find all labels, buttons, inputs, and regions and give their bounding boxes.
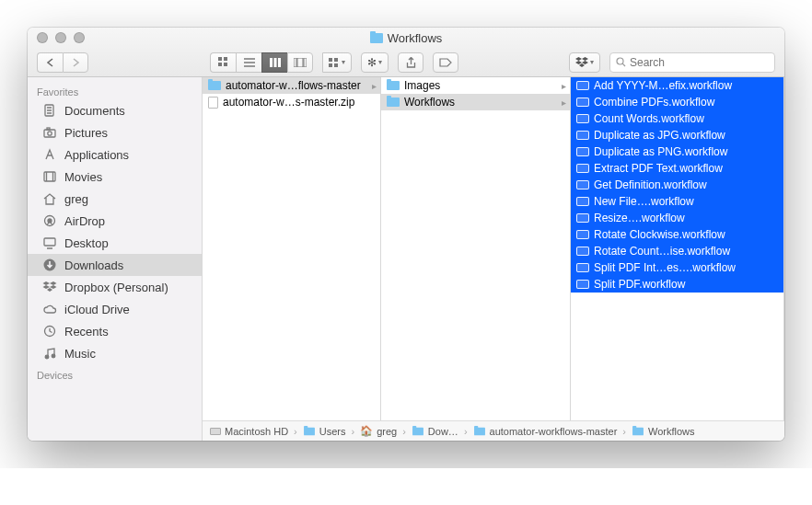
file-row[interactable]: Duplicate as JPG.workflow — [571, 127, 783, 143]
svg-rect-15 — [329, 63, 332, 67]
svg-rect-13 — [329, 58, 332, 62]
back-button[interactable] — [37, 52, 63, 73]
file-label: New File….workflow — [594, 195, 780, 208]
home-icon: 🏠 — [360, 425, 373, 437]
path-item[interactable]: 🏠greg — [360, 425, 397, 437]
arrange-button[interactable]: ▾ — [322, 52, 352, 73]
file-label: Resize….workflow — [594, 212, 780, 224]
path-label: Workflows — [648, 426, 695, 437]
file-row[interactable]: automator-w…flows-master — [203, 77, 380, 94]
file-label: automator-w…s-master.zip — [223, 96, 377, 109]
finder-window: Workflows ▾ ✻▾ ▾ — [28, 28, 784, 441]
search-input[interactable] — [630, 56, 769, 69]
file-label: Workflows — [404, 96, 555, 109]
sidebar-item-label: Desktop — [64, 236, 109, 250]
traffic-lights — [28, 32, 85, 43]
sidebar-item-downloads[interactable]: Downloads — [28, 254, 202, 276]
file-row[interactable]: Count Words.workflow — [571, 110, 783, 127]
workflow-icon — [576, 247, 589, 256]
file-row[interactable]: Get Definition.workflow — [571, 177, 783, 193]
minimize-button[interactable] — [55, 32, 66, 43]
file-row[interactable]: New File….workflow — [571, 193, 783, 210]
path-item[interactable]: automator-workflows-master — [473, 426, 618, 437]
file-row[interactable]: Extract PDF Text.workflow — [571, 160, 783, 177]
file-row[interactable]: automator-w…s-master.zip — [203, 94, 380, 110]
svg-rect-25 — [47, 128, 50, 130]
file-row[interactable]: Combine PDFs.workflow — [571, 94, 783, 110]
svg-rect-7 — [270, 58, 273, 67]
path-item[interactable]: Workflows — [632, 426, 695, 437]
svg-point-36 — [52, 354, 55, 358]
file-label: Extract PDF Text.workflow — [594, 162, 780, 175]
file-label: Get Definition.workflow — [594, 178, 780, 191]
share-button[interactable] — [398, 52, 423, 73]
view-switcher — [210, 52, 313, 73]
svg-rect-8 — [273, 58, 276, 67]
close-button[interactable] — [37, 32, 48, 43]
folder-icon — [370, 33, 383, 43]
sidebar-section-header: Favorites — [28, 81, 202, 99]
sidebar-item-music[interactable]: Music — [28, 342, 202, 364]
sidebar-item-documents[interactable]: Documents — [28, 99, 202, 121]
sidebar-section-header: Devices — [28, 364, 202, 383]
recents-icon — [42, 324, 57, 339]
action-button[interactable]: ✻▾ — [361, 52, 389, 73]
gear-icon: ✻ — [367, 56, 377, 69]
sidebar-item-pictures[interactable]: Pictures — [28, 121, 202, 143]
tags-button[interactable] — [433, 52, 458, 73]
path-label: automator-workflows-master — [490, 426, 618, 437]
nav-buttons — [37, 52, 88, 73]
path-label: Dow… — [428, 426, 458, 437]
app-icon — [42, 147, 57, 162]
file-row[interactable]: Split PDF.workflow — [571, 276, 783, 293]
file-row[interactable]: Duplicate as PNG.workflow — [571, 143, 783, 160]
path-separator: › — [294, 426, 297, 437]
view-column-button[interactable] — [261, 52, 287, 73]
file-row[interactable]: Resize….workflow — [571, 210, 783, 226]
workflow-icon — [576, 131, 589, 140]
dropbox-button[interactable]: ▾ — [569, 52, 600, 73]
file-label: Images — [404, 79, 555, 92]
sidebar-item-applications[interactable]: Applications — [28, 143, 202, 166]
view-gallery-button[interactable] — [287, 52, 313, 73]
sidebar-item-icloud-drive[interactable]: iCloud Drive — [28, 298, 202, 320]
file-row[interactable]: Split PDF Int…es….workflow — [571, 259, 783, 276]
file-row[interactable]: Rotate Count…ise.workflow — [571, 243, 783, 259]
folder-icon — [304, 427, 315, 435]
movie-icon — [42, 169, 57, 184]
svg-line-18 — [622, 63, 625, 66]
view-icon-button[interactable] — [210, 52, 236, 73]
workflow-icon — [576, 147, 589, 156]
sidebar-item-desktop[interactable]: Desktop — [28, 232, 202, 254]
search-field[interactable] — [609, 52, 775, 73]
file-label: Combine PDFs.workflow — [594, 96, 780, 109]
path-item[interactable]: Users — [303, 426, 346, 437]
column-1: ImagesWorkflows — [381, 77, 571, 420]
view-list-button[interactable] — [236, 52, 261, 73]
sidebar-item-dropbox-personal-[interactable]: Dropbox (Personal) — [28, 276, 202, 298]
path-bar: Macintosh HD›Users›🏠greg›Dow…›automator-… — [203, 420, 784, 441]
workflow-icon — [576, 114, 589, 123]
path-label: Users — [319, 426, 346, 437]
forward-button[interactable] — [63, 52, 88, 73]
file-row[interactable]: Add YYYY-M…efix.workflow — [571, 77, 783, 94]
path-item[interactable]: Macintosh HD — [210, 426, 288, 437]
zoom-button[interactable] — [74, 32, 85, 43]
doc-icon — [42, 103, 57, 118]
workflow-icon — [576, 98, 589, 107]
path-item[interactable]: Dow… — [412, 426, 458, 437]
sidebar: FavoritesDocumentsPicturesApplicationsMo… — [28, 77, 203, 441]
sidebar-item-airdrop[interactable]: AirDrop — [28, 210, 202, 232]
file-row[interactable]: Rotate Clockwise.workflow — [571, 226, 783, 243]
sidebar-item-greg[interactable]: greg — [28, 188, 202, 210]
svg-rect-0 — [218, 57, 222, 61]
sidebar-item-recents[interactable]: Recents — [28, 320, 202, 342]
folder-icon — [387, 98, 400, 107]
cloud-icon — [42, 302, 57, 316]
sidebar-item-movies[interactable]: Movies — [28, 166, 202, 188]
file-row[interactable]: Workflows — [381, 94, 570, 110]
svg-rect-14 — [334, 58, 338, 62]
file-row[interactable]: Images — [381, 77, 570, 94]
search-icon — [616, 57, 626, 67]
sidebar-item-label: iCloud Drive — [64, 303, 130, 316]
